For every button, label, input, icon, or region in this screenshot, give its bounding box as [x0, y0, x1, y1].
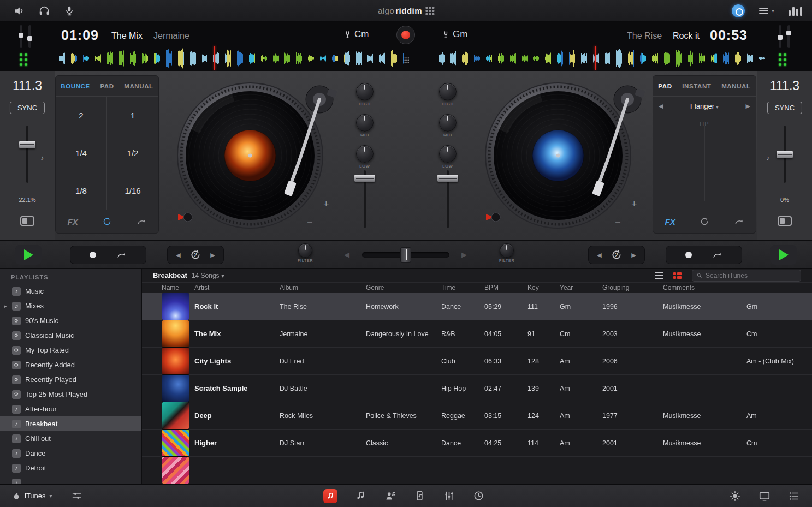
- sync-button-left[interactable]: SYNC: [10, 102, 45, 114]
- library-tab-history[interactable]: [473, 490, 485, 502]
- eq-high-knob-left[interactable]: HIGH: [356, 83, 374, 106]
- table-row-partial[interactable]: [142, 457, 812, 484]
- table-row[interactable]: Scratch Sample DJ Battle Hip Hop 02:47 1…: [142, 375, 812, 402]
- pitch-fader-left[interactable]: [19, 141, 35, 148]
- bounce-pad[interactable]: 1/2: [107, 134, 158, 172]
- play-button-left[interactable]: [15, 245, 42, 265]
- headphones-icon[interactable]: [38, 5, 50, 17]
- effect-prev-button[interactable]: ◀: [659, 103, 663, 110]
- play-button-right[interactable]: [770, 245, 797, 265]
- loop-length-badge-left[interactable]: 2: [189, 248, 202, 261]
- table-row[interactable]: The Mix Jermaine Dangerously In Love R&B…: [142, 320, 812, 348]
- source-selector[interactable]: iTunes ▾: [12, 492, 52, 500]
- eq-mid-knob-left[interactable]: MID: [356, 114, 374, 138]
- search-field[interactable]: [692, 270, 801, 282]
- turntable-left[interactable]: + −: [156, 76, 344, 240]
- volume-fader-right[interactable]: [437, 175, 458, 182]
- volume-fader-left[interactable]: [354, 175, 375, 182]
- turntable-right[interactable]: + −: [464, 76, 652, 240]
- status-blue-button[interactable]: [732, 4, 745, 17]
- fx-label-left[interactable]: FX: [67, 217, 78, 226]
- waveform-right[interactable]: [437, 48, 771, 69]
- effect-selector[interactable]: Flanger ▾: [690, 102, 719, 110]
- loop-double-button-right[interactable]: ▶: [631, 252, 636, 259]
- sidebar-item-90s-music[interactable]: ⚙90's Music: [0, 313, 141, 328]
- library-tab-artists[interactable]: [384, 490, 396, 502]
- loop-length-badge-right[interactable]: 2: [610, 248, 623, 261]
- library-tab-songs-active[interactable]: [323, 489, 337, 503]
- crossfade-settings-icon[interactable]: [71, 490, 83, 502]
- loop-icon-right[interactable]: [699, 216, 710, 227]
- slip-button-right[interactable]: [712, 249, 722, 260]
- eq-mid-knob-right[interactable]: MID: [439, 114, 457, 138]
- table-row[interactable]: City Lights DJ Fred Club 06:33 128 Am 20…: [142, 348, 812, 375]
- loop-halve-button-right[interactable]: ◀: [597, 252, 601, 259]
- sidebar-item-dance[interactable]: ♪Dance: [0, 446, 141, 461]
- record-button[interactable]: [396, 26, 415, 44]
- sidebar-item-breakbeat[interactable]: ♪Breakbeat: [0, 416, 141, 431]
- disclosure-icon[interactable]: ▸: [4, 303, 7, 309]
- pitch-fader-right[interactable]: [777, 151, 793, 158]
- tab-pad-left[interactable]: PAD: [100, 83, 114, 90]
- eq-low-knob-left[interactable]: LOW: [356, 145, 374, 169]
- list-view-button[interactable]: [655, 271, 663, 281]
- library-tab-device[interactable]: [414, 490, 426, 502]
- sidebar-item-music[interactable]: ♪Music: [0, 284, 141, 299]
- loop-double-button-left[interactable]: ▶: [210, 252, 215, 259]
- sidebar-item-after-hour[interactable]: ♪After-hour: [0, 402, 141, 416]
- table-row[interactable]: Rock it The Rise Homework Dance 05:29 11…: [142, 293, 812, 320]
- display-mode-icon[interactable]: [758, 490, 770, 502]
- tab-manual-right[interactable]: MANUAL: [721, 83, 750, 90]
- sidebar-item-chill-out[interactable]: ♪Chill out: [0, 431, 141, 446]
- eq-high-knob-right[interactable]: HIGH: [439, 83, 457, 106]
- deck-library-icon-right[interactable]: [778, 216, 792, 226]
- slip-icon-right[interactable]: [733, 216, 744, 227]
- effect-next-button[interactable]: ▶: [746, 103, 750, 110]
- bounce-pad[interactable]: 1: [107, 97, 158, 134]
- slip-button-left[interactable]: [116, 249, 127, 260]
- tab-pad-right[interactable]: PAD: [658, 83, 672, 90]
- library-tab-queue[interactable]: [443, 490, 455, 502]
- fx-label-right[interactable]: FX: [665, 217, 675, 226]
- tab-instant[interactable]: INSTANT: [682, 83, 711, 90]
- microphone-icon[interactable]: [63, 5, 75, 17]
- filter-knob-left[interactable]: FILTER: [298, 243, 313, 263]
- brightness-icon[interactable]: [729, 490, 741, 502]
- bounce-pad[interactable]: 1/16: [107, 172, 158, 210]
- bounce-pad[interactable]: 1/4: [56, 134, 107, 172]
- tab-manual-left[interactable]: MANUAL: [124, 83, 153, 90]
- fx-xy-pad[interactable]: HP: [653, 116, 756, 210]
- menu-button[interactable]: ▾: [759, 6, 774, 16]
- volume-icon[interactable]: [13, 5, 25, 17]
- grid-view-button[interactable]: [673, 272, 682, 279]
- table-row[interactable]: Higher DJ Starr Classic Dance 04:25 114 …: [142, 430, 812, 457]
- bounce-pad[interactable]: 2: [56, 97, 107, 134]
- cue-record-button-left[interactable]: [90, 252, 96, 258]
- filter-knob-right[interactable]: FILTER: [499, 243, 514, 263]
- sidebar-item-my-top-rated[interactable]: ⚙My Top Rated: [0, 343, 141, 357]
- waveform-left[interactable]: [55, 48, 404, 69]
- view-columns-button[interactable]: [789, 6, 802, 16]
- table-row[interactable]: Deep Rock Miles Police & Thieves Reggae …: [142, 402, 812, 430]
- cue-record-button-right[interactable]: [685, 252, 692, 258]
- tab-bounce[interactable]: BOUNCE: [61, 83, 90, 90]
- loop-halve-button-left[interactable]: ◀: [176, 252, 180, 259]
- sidebar-item-recently-added[interactable]: ⚙Recently Added: [0, 357, 141, 372]
- sidebar-item-partial[interactable]: ♪: [0, 475, 141, 484]
- sidebar-item-recently-played[interactable]: ⚙Recently Played: [0, 372, 141, 387]
- crossfader-handle[interactable]: [400, 247, 411, 263]
- crossfader[interactable]: [362, 252, 449, 258]
- track-list-icon[interactable]: [788, 490, 800, 502]
- sidebar-item-top-25-most-played[interactable]: ⚙Top 25 Most Played: [0, 387, 141, 402]
- sidebar-item-mixes[interactable]: ▸♫Mixes: [0, 299, 141, 313]
- sidebar-item-detroit[interactable]: ♪Detroit: [0, 461, 141, 475]
- sidebar-item-classical-music[interactable]: ⚙Classical Music: [0, 328, 141, 343]
- loop-icon-left[interactable]: [102, 216, 112, 227]
- library-tab-music[interactable]: [355, 490, 367, 502]
- bounce-pad[interactable]: 1/8: [56, 172, 107, 210]
- deck-library-icon-left[interactable]: [20, 216, 34, 226]
- slip-icon-left[interactable]: [136, 216, 147, 227]
- table-header-row[interactable]: Name Artist Album Genre Time BPM Key Yea…: [142, 283, 812, 293]
- eq-low-knob-right[interactable]: LOW: [439, 145, 457, 169]
- search-input[interactable]: [706, 272, 797, 279]
